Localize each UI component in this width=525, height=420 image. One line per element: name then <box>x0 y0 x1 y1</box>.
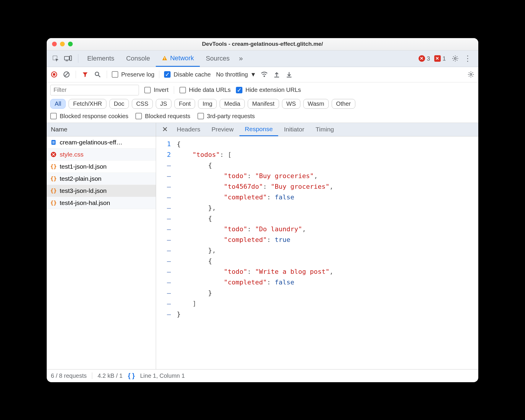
type-chip-js[interactable]: JS <box>156 99 171 109</box>
status-cursor: Line 1, Column 1 <box>140 372 185 379</box>
type-chip-manifest[interactable]: Manifest <box>248 99 279 109</box>
svg-rect-1 <box>64 56 69 60</box>
window-maximize-button[interactable] <box>68 42 73 46</box>
tab-console-label: Console <box>126 55 150 62</box>
disable-cache-label: Disable cache <box>174 71 211 78</box>
kebab-menu-icon[interactable]: ⋮ <box>462 53 473 64</box>
settings-icon[interactable] <box>450 53 461 64</box>
tab-initiator[interactable]: Initiator <box>279 123 310 136</box>
network-conditions-icon[interactable] <box>260 71 269 77</box>
hide-ext-urls-option[interactable]: ✓ Hide extension URLs <box>236 87 301 93</box>
filter-icon[interactable] <box>81 71 90 77</box>
blocked-requests-checkbox[interactable] <box>135 113 142 119</box>
warning-icon <box>162 55 168 61</box>
request-row[interactable]: {}test1-json-ld.json <box>47 161 156 173</box>
inspect-icon[interactable] <box>50 53 61 64</box>
window-minimize-button[interactable] <box>60 42 65 46</box>
third-party-option[interactable]: 3rd-party requests <box>197 113 255 120</box>
hide-data-checkbox[interactable] <box>179 87 186 93</box>
type-chip-font[interactable]: Font <box>174 99 195 109</box>
request-name: test2-plain.json <box>60 175 101 182</box>
svg-rect-2 <box>70 56 72 61</box>
svg-point-6 <box>454 58 456 59</box>
hide-ext-checkbox[interactable]: ✓ <box>236 87 242 93</box>
detail-tabstrip: ✕ Headers Preview Response Initiator Tim… <box>156 123 478 136</box>
third-party-label: 3rd-party requests <box>207 113 255 120</box>
hide-data-urls-option[interactable]: Hide data URLs <box>179 87 231 93</box>
file-type-icon <box>50 152 57 157</box>
disable-cache-checkbox[interactable]: ✓ <box>164 71 171 78</box>
filter-input[interactable] <box>50 85 139 95</box>
type-chip-ws[interactable]: WS <box>282 99 300 109</box>
blocked-cookies-option[interactable]: Blocked response cookies <box>50 113 128 120</box>
svg-rect-4 <box>164 57 165 59</box>
tab-timing[interactable]: Timing <box>310 123 339 136</box>
more-filters-row: Blocked response cookies Blocked request… <box>47 112 478 123</box>
third-party-checkbox[interactable] <box>197 113 204 119</box>
tab-elements-label: Elements <box>87 55 114 62</box>
tab-response[interactable]: Response <box>239 123 278 136</box>
tab-preview[interactable]: Preview <box>206 123 239 136</box>
upload-har-icon[interactable] <box>272 71 281 78</box>
status-requests: 6 / 8 requests <box>51 372 87 379</box>
request-name: test1-json-ld.json <box>60 163 107 170</box>
errors-badge[interactable]: ✕ 3 <box>419 55 430 62</box>
request-name: test4-json-hal.json <box>60 199 110 206</box>
search-icon[interactable] <box>93 71 102 78</box>
preserve-log-label: Preserve log <box>121 71 154 78</box>
content-panes: Name cream-gelatinous-eff…style.css{}tes… <box>47 123 478 369</box>
window-close-button[interactable] <box>52 42 57 46</box>
throttling-label: No throttling <box>216 71 248 78</box>
invert-label: Invert <box>154 87 168 93</box>
record-button[interactable] <box>50 71 59 78</box>
tab-sources[interactable]: Sources <box>200 51 236 67</box>
errors-count: 3 <box>427 55 430 62</box>
hide-ext-label: Hide extension URLs <box>245 87 301 93</box>
type-chip-all[interactable]: All <box>50 99 66 109</box>
clear-button[interactable] <box>62 71 71 78</box>
issues-badge[interactable]: ✕ 1 <box>434 55 446 62</box>
more-tabs-icon[interactable]: » <box>236 53 246 64</box>
error-icon: ✕ <box>419 55 425 62</box>
device-toggle-icon[interactable] <box>63 53 73 64</box>
file-type-icon: {} <box>50 163 57 170</box>
type-chip-fetchxhr[interactable]: Fetch/XHR <box>69 99 106 109</box>
preserve-log-option[interactable]: Preserve log <box>112 71 154 78</box>
panel-settings-icon[interactable] <box>466 71 475 78</box>
response-body[interactable]: 12––––––––––––––– { "todos": [ { "todo":… <box>156 136 478 369</box>
disable-cache-option[interactable]: ✓ Disable cache <box>164 71 211 78</box>
svg-point-13 <box>263 76 265 77</box>
name-column-header[interactable]: Name <box>47 123 156 136</box>
tab-network[interactable]: Network <box>156 51 200 67</box>
type-chip-wasm[interactable]: Wasm <box>303 99 329 109</box>
detail-pane: ✕ Headers Preview Response Initiator Tim… <box>156 123 478 369</box>
invert-option[interactable]: Invert <box>144 87 168 93</box>
type-chip-other[interactable]: Other <box>332 99 355 109</box>
close-detail-button[interactable]: ✕ <box>159 125 171 134</box>
type-chip-css[interactable]: CSS <box>132 99 153 109</box>
tab-console[interactable]: Console <box>120 51 156 67</box>
request-row[interactable]: style.css <box>47 149 156 161</box>
download-har-icon[interactable] <box>285 71 294 78</box>
hide-data-label: Hide data URLs <box>189 87 231 93</box>
blocked-cookies-checkbox[interactable] <box>50 113 57 119</box>
request-row[interactable]: {}test4-json-hal.json <box>47 197 156 209</box>
throttling-select[interactable]: No throttling ▼ <box>216 71 256 78</box>
request-row[interactable]: cream-gelatinous-eff… <box>47 136 156 149</box>
invert-checkbox[interactable] <box>144 87 151 93</box>
request-name: test3-json-ld.json <box>60 187 107 194</box>
type-chip-img[interactable]: Img <box>198 99 217 109</box>
blocked-requests-label: Blocked requests <box>145 113 190 120</box>
request-list: cream-gelatinous-eff…style.css{}test1-js… <box>47 136 156 369</box>
type-chip-media[interactable]: Media <box>220 99 244 109</box>
tab-headers[interactable]: Headers <box>171 123 205 136</box>
request-row[interactable]: {}test2-plain.json <box>47 173 156 185</box>
request-row[interactable]: {}test3-json-ld.json <box>47 185 156 197</box>
tab-elements[interactable]: Elements <box>81 51 120 67</box>
blocked-requests-option[interactable]: Blocked requests <box>135 113 190 120</box>
preserve-log-checkbox[interactable] <box>112 71 118 78</box>
request-list-pane: Name cream-gelatinous-eff…style.css{}tes… <box>47 123 156 369</box>
pretty-print-icon[interactable]: { } <box>128 372 135 380</box>
type-chip-doc[interactable]: Doc <box>109 99 129 109</box>
devtools-window: DevTools - cream-gelatinous-effect.glitc… <box>47 38 478 382</box>
